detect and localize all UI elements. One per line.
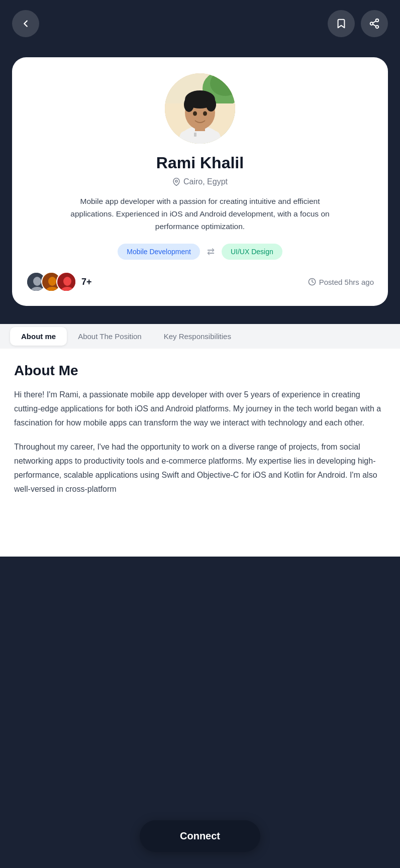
bookmark-icon xyxy=(336,18,347,29)
svg-point-19 xyxy=(203,112,207,116)
tags-row: Mobile Development ⇄ UI/UX Design xyxy=(26,244,374,260)
header-actions xyxy=(328,10,388,37)
back-button[interactable] xyxy=(12,10,39,37)
about-me-body: Hi there! I'm Rami, a passionate mobile … xyxy=(14,388,386,496)
about-me-paragraph-1: Hi there! I'm Rami, a passionate mobile … xyxy=(14,388,386,430)
tab-about-me[interactable]: About me xyxy=(10,327,67,346)
back-icon xyxy=(20,18,31,29)
applicant-avatars xyxy=(26,272,76,292)
svg-line-3 xyxy=(373,24,376,26)
tag-ui-ux: UI/UX Design xyxy=(222,244,282,260)
svg-point-17 xyxy=(206,97,216,112)
svg-rect-20 xyxy=(194,133,196,137)
content-section: About Me Hi there! I'm Rami, a passionat… xyxy=(0,349,400,557)
about-me-paragraph-2: Throughout my career, I've had the oppor… xyxy=(14,440,386,496)
avatar xyxy=(165,73,235,144)
share-icon xyxy=(369,18,380,29)
svg-point-16 xyxy=(184,97,194,112)
profile-bio: Mobile app developer with a passion for … xyxy=(59,195,341,233)
svg-line-4 xyxy=(373,21,376,23)
about-me-title: About Me xyxy=(14,363,386,379)
profile-name: Rami Khalil xyxy=(26,154,374,172)
connect-btn-container: Connect xyxy=(140,820,260,852)
posted-time-text: Posted 5hrs ago xyxy=(319,278,374,286)
svg-point-29 xyxy=(63,277,71,286)
applicants-count: 7+ xyxy=(81,277,92,287)
avatar-image xyxy=(165,73,235,144)
tab-key-responsibilities[interactable]: Key Responsibilities xyxy=(153,327,242,346)
profile-location: Cairo, Egypt xyxy=(26,177,374,186)
profile-card: Rami Khalil Cairo, Egypt Mobile app deve… xyxy=(12,57,388,306)
share-button[interactable] xyxy=(361,10,388,37)
location-icon xyxy=(172,178,180,186)
svg-point-26 xyxy=(48,277,56,286)
clock-icon xyxy=(308,278,316,286)
svg-point-23 xyxy=(33,277,41,286)
mini-avatar-3 xyxy=(56,272,76,292)
card-footer: 7+ Posted 5hrs ago xyxy=(26,272,374,292)
posted-time: Posted 5hrs ago xyxy=(308,278,374,286)
connect-button[interactable]: Connect xyxy=(140,820,260,852)
svg-point-18 xyxy=(193,112,197,116)
svg-point-21 xyxy=(175,180,177,182)
svg-rect-12 xyxy=(180,131,220,144)
tag-mobile-development: Mobile Development xyxy=(118,244,200,260)
swap-icon: ⇄ xyxy=(207,246,215,257)
applicants-row: 7+ xyxy=(26,272,92,292)
tabs-bar: About me About The Position Key Responsi… xyxy=(0,324,400,349)
bookmark-button[interactable] xyxy=(328,10,355,37)
tab-about-position[interactable]: About The Position xyxy=(67,327,152,346)
location-text: Cairo, Egypt xyxy=(183,177,228,186)
